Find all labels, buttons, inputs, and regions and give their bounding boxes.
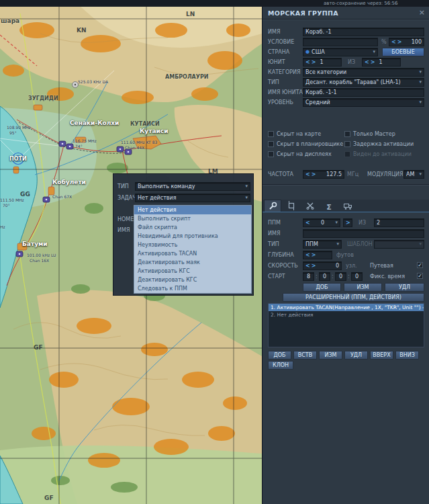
action-clone-button[interactable]: КЛОН [268,361,293,370]
waypoint-delete-button[interactable]: УДЛ [385,283,424,292]
task-option[interactable]: Активировать КГС [134,267,251,276]
colon: : [332,274,334,280]
action-insert-button[interactable]: ВСТВ [293,351,317,360]
action-add-button[interactable]: ДОБ [268,351,291,360]
type-label: ТИП [268,79,279,85]
autosave-timer: авто-сохранение через: 56:56 [324,1,398,6]
popup-type-dropdown[interactable]: Выполнить команду ▾ [135,182,250,191]
spinner-dec-icon[interactable]: < [305,58,310,66]
waypoint-name-input[interactable] [303,229,424,238]
top-bar: авто-сохранение через: 56:56 [0,0,429,7]
task-option[interactable]: Файл скрипта [134,223,251,232]
skill-dropdown[interactable]: Средний ▾ [303,98,424,107]
check-icon: ✓ [418,262,422,268]
waypoint-actions-list: 1. Активировать TACAN(Направление , 1X, … [268,303,424,347]
ground-speed-checkbox[interactable]: ✓ [417,262,423,268]
beacon-freq-3: 111.60 MHz KT 83 [121,140,157,144]
close-icon[interactable]: × [419,8,425,17]
action-item[interactable]: 1. Активировать TACAN(Направление , 1X, … [269,304,424,311]
hidden-on-map-checkbox[interactable] [268,131,274,137]
spinner-inc-icon[interactable]: > [312,251,316,259]
action-down-button[interactable]: ВНИЗ [395,351,419,360]
check-icon: ✓ [418,273,422,279]
hidden-in-planner-checkbox[interactable] [268,141,274,147]
late-activation-checkbox[interactable] [344,141,350,147]
coalition-button[interactable]: БОЕВЫЕ [382,48,424,56]
speed-label: СКОРОСТЬ [268,263,298,269]
waypoint-number: 0 [312,219,334,226]
hidden-on-mfd-checkbox[interactable] [268,151,274,157]
country-value: США [312,48,371,56]
master-only-label: Только Мастер [353,131,395,137]
next-waypoint-button[interactable]: > [343,218,352,227]
action-delete-button[interactable]: УДЛ [344,351,368,360]
task-option[interactable]: Активировать TACAN [134,249,251,258]
start-ms-input[interactable]: 0 [351,272,363,281]
modulation-dropdown[interactable]: AM ▾ [403,170,424,179]
unit-name-label: ИМЯ ЮНИТА [268,89,303,95]
task-option[interactable]: Деактивировать маяк [134,258,251,267]
beacon-freq-da: 525.03 KHz DA [78,79,108,84]
tab-summary[interactable]: Σ [320,200,338,212]
condition-spinner[interactable]: < > 100 [389,38,424,46]
task-option[interactable]: Невидимый для противника [134,232,251,241]
task-option[interactable]: Выполнить скрипт [134,214,251,223]
grid-label-gf: GF [34,344,43,351]
spinner-inc-icon[interactable]: > [371,58,375,66]
tab-cargo[interactable] [339,200,356,212]
unit-index-spinner[interactable]: < > 1 [303,58,342,67]
map-label-batumi: Батуми [22,241,48,247]
frequency-spinner[interactable]: < > 127.5 [303,170,344,179]
waypoint-add-button[interactable]: ДОБ [303,283,341,292]
spinner-inc-icon[interactable]: > [397,38,402,46]
map-label-ambrolauri: АМБРОЛАУРИ [165,74,208,80]
of-label: ИЗ [348,59,355,65]
tab-route-tools[interactable] [264,200,281,212]
type-dropdown[interactable]: Десант. корабль "Тарава" (LHA-1) ▾ [303,78,424,87]
waypoint-selector[interactable]: < 0 ▾ [303,218,340,227]
task-option[interactable]: Неуязвимость [134,241,251,249]
unit-count-spinner[interactable]: < > 1 [362,58,401,67]
action-up-button[interactable]: ВВЕРХ [370,351,393,360]
name-label: ИМЯ [268,29,280,35]
task-option[interactable]: Деактивировать КГС [134,276,251,284]
waypoint-edit-button[interactable]: ИЗМ [344,283,382,292]
unit-name-input[interactable]: Кораб. -1-1 [303,88,424,97]
tab-cut[interactable] [301,200,319,212]
group-name-input[interactable]: Кораб. -1 [303,28,424,36]
spinner-dec-icon[interactable]: < [305,251,310,259]
tab-area[interactable] [283,200,300,212]
start-minutes-input[interactable]: 0 [319,272,330,281]
depth-spinner[interactable]: < > [303,251,332,259]
condition-input[interactable] [303,38,378,46]
condition-percent-value: 100 [412,38,422,46]
action-edit-button[interactable]: ИЗМ [319,351,342,360]
prev-waypoint-icon[interactable]: < [305,219,310,226]
waypoint-type-dropdown[interactable]: ППМ ▾ [303,240,342,249]
popup-task-dropdown[interactable]: Нет действия ▾ [135,194,250,202]
spinner-dec-icon[interactable]: < [365,58,369,66]
task-option[interactable]: Нет действия [134,206,251,214]
truck-icon [343,201,353,210]
spinner-dec-icon[interactable]: < [305,171,310,178]
category-dropdown[interactable]: Все категории ▾ [303,68,424,77]
master-only-checkbox[interactable] [344,131,350,137]
naval-group-panel: МОРСКАЯ ГРУППА × ИМЯ Кораб. -1 УСЛОВИЕ %… [262,7,429,504]
advanced-actions-button[interactable]: РАСШИРЕННЫЙ (ППМ, ДЕЙСТВИЯ) [283,293,424,302]
spinner-inc-icon[interactable]: > [312,171,316,178]
task-option[interactable]: Следовать к ППМ [134,284,251,293]
spinner-inc-icon[interactable]: > [312,58,316,66]
map-label-kobuleti: Кобулети [52,179,86,185]
start-seconds-input[interactable]: 0 [335,272,346,281]
spinner-dec-icon[interactable]: < [391,38,396,46]
spinner-dec-icon[interactable]: < [305,262,310,269]
popup-name-label: ИМЯ [117,227,130,233]
spinner-inc-icon[interactable]: > [312,262,316,269]
country-dropdown[interactable]: ● США ▾ [303,48,378,56]
of-label: ИЗ [359,220,366,226]
waypoint-tab-bar: Σ [263,200,429,212]
fixed-time-checkbox[interactable]: ✓ [417,273,423,279]
start-hours-input[interactable]: 8 [303,272,314,281]
speed-spinner[interactable]: < > 0 [303,261,342,270]
action-item[interactable]: 2. Нет действия [269,311,424,319]
